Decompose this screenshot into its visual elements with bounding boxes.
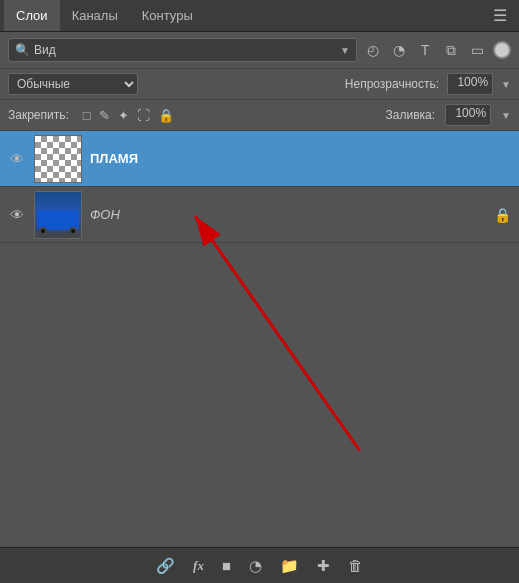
fill-value[interactable]: 100% bbox=[445, 104, 491, 126]
layer-mask-icon[interactable]: ■ bbox=[222, 557, 231, 574]
opacity-label: Непрозрачность: bbox=[345, 77, 439, 91]
smart-object-icon[interactable]: ▭ bbox=[467, 42, 487, 58]
layer-thumbnail bbox=[34, 135, 82, 183]
visibility-icon[interactable]: 👁 bbox=[8, 151, 26, 167]
lock-label: Закрепить: bbox=[8, 108, 69, 122]
search-icon: 🔍 bbox=[15, 43, 30, 57]
tab-channels[interactable]: Каналы bbox=[60, 0, 130, 31]
toolbar-icons: ◴ ◔ T ⧉ ▭ bbox=[363, 41, 511, 59]
search-text: Вид bbox=[34, 43, 336, 57]
svg-line-1 bbox=[195, 216, 360, 451]
fill-label: Заливка: bbox=[386, 108, 436, 122]
blend-mode-row: Обычные Непрозрачность: 100% ▼ bbox=[0, 69, 519, 100]
link-layers-icon[interactable]: 🔗 bbox=[156, 557, 175, 575]
search-row: 🔍 Вид ▼ ◴ ◔ T ⧉ ▭ bbox=[0, 32, 519, 69]
opacity-value[interactable]: 100% bbox=[447, 73, 493, 95]
lock-artboard-icon[interactable]: ⛶ bbox=[137, 108, 150, 123]
image-icon[interactable]: ◴ bbox=[363, 42, 383, 58]
layer-name: ПЛАМЯ bbox=[90, 151, 511, 166]
layer-item[interactable]: 👁 ФОН 🔒 bbox=[0, 187, 519, 243]
tab-contours[interactable]: Контуры bbox=[130, 0, 205, 31]
transparency-checker bbox=[35, 136, 81, 182]
layers-area: 👁 ПЛАМЯ 👁 ФОН 🔒 bbox=[0, 131, 519, 583]
lock-move-icon[interactable]: ✦ bbox=[118, 108, 129, 123]
search-dropdown-icon[interactable]: ▼ bbox=[340, 45, 350, 56]
new-layer-icon[interactable]: ✚ bbox=[317, 557, 330, 575]
layer-item[interactable]: 👁 ПЛАМЯ bbox=[0, 131, 519, 187]
delete-layer-icon[interactable]: 🗑 bbox=[348, 557, 363, 574]
lock-all-icon[interactable]: 🔒 bbox=[158, 108, 174, 123]
lock-icons-group: □ ✎ ✦ ⛶ 🔒 bbox=[83, 108, 174, 123]
fill-dropdown-icon[interactable]: ▼ bbox=[501, 110, 511, 121]
adjustment-icon[interactable]: ◔ bbox=[389, 42, 409, 58]
layer-thumbnail bbox=[34, 191, 82, 239]
opacity-dropdown-icon[interactable]: ▼ bbox=[501, 79, 511, 90]
layer-name: ФОН bbox=[90, 207, 486, 222]
lock-row: Закрепить: □ ✎ ✦ ⛶ 🔒 Заливка: 100% ▼ bbox=[0, 100, 519, 131]
transform-icon[interactable]: ⧉ bbox=[441, 42, 461, 59]
car-thumbnail bbox=[35, 192, 81, 238]
text-icon[interactable]: T bbox=[415, 42, 435, 58]
lock-transparency-icon[interactable]: □ bbox=[83, 108, 91, 123]
car-wheel-left bbox=[39, 227, 47, 235]
adjustment-layer-icon[interactable]: ◔ bbox=[249, 557, 262, 575]
search-box[interactable]: 🔍 Вид ▼ bbox=[8, 38, 357, 62]
visibility-icon[interactable]: 👁 bbox=[8, 207, 26, 223]
lock-paint-icon[interactable]: ✎ bbox=[99, 108, 110, 123]
menu-icon[interactable]: ☰ bbox=[485, 2, 515, 29]
tabs-bar: Слои Каналы Контуры ☰ bbox=[0, 0, 519, 32]
bottom-toolbar: 🔗 fx ■ ◔ 📁 ✚ 🗑 bbox=[0, 547, 519, 583]
car-wheel-right bbox=[69, 227, 77, 235]
blend-mode-select[interactable]: Обычные bbox=[8, 73, 138, 95]
tab-layers[interactable]: Слои bbox=[4, 0, 60, 31]
fx-icon[interactable]: fx bbox=[193, 558, 204, 574]
group-layers-icon[interactable]: 📁 bbox=[280, 557, 299, 575]
layers-panel: Слои Каналы Контуры ☰ 🔍 Вид ▼ ◴ ◔ T ⧉ ▭ bbox=[0, 0, 519, 583]
color-circle[interactable] bbox=[493, 41, 511, 59]
layer-lock-icon: 🔒 bbox=[494, 207, 511, 223]
